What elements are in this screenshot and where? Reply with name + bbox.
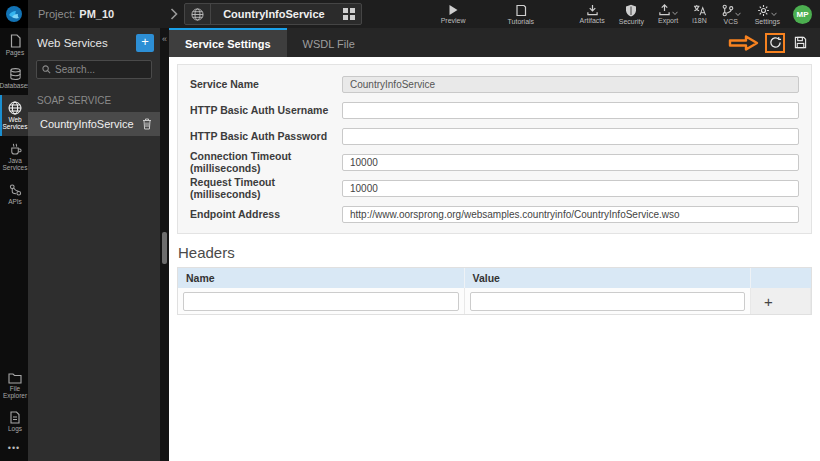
form-row-auth-password: HTTP Basic Auth Password (190, 123, 799, 149)
security-label: Security (619, 18, 644, 25)
rail-spacer (0, 210, 28, 365)
pages-icon (9, 34, 22, 48)
download-icon (586, 4, 599, 16)
sidebar-item-label: Logs (8, 425, 22, 432)
sidebar-item-label: Web Services (2, 116, 28, 131)
tutorials-button[interactable]: Tutorials (501, 0, 542, 28)
database-icon (9, 67, 22, 81)
preview-label: Preview (441, 17, 466, 24)
search-input[interactable] (55, 64, 146, 75)
reload-service-button[interactable] (765, 33, 785, 53)
i18n-button[interactable]: i18N (685, 4, 713, 24)
settings-button[interactable]: Settings (748, 4, 787, 25)
panel-title: Web Services (37, 37, 108, 49)
chevron-down-icon (771, 12, 777, 17)
export-button[interactable]: Export (651, 4, 685, 24)
main-area: Service Settings WSDL File (169, 28, 820, 461)
trash-icon[interactable] (142, 118, 152, 130)
soap-service-section-label: SOAP SERVICE (28, 87, 160, 112)
project-name: PM_10 (79, 8, 114, 20)
artifacts-label: Artifacts (579, 17, 604, 24)
app-logo[interactable] (0, 0, 28, 28)
add-header-button[interactable]: + (756, 293, 773, 310)
chevron-down-icon (672, 11, 678, 16)
form-row-endpoint-address: Endpoint Address (190, 201, 799, 227)
auth-username-input[interactable] (342, 102, 799, 119)
coffee-icon (9, 142, 22, 156)
form-row-connection-timeout: Connection Timeout (milliseconds) (190, 149, 799, 175)
sidebar-item-label: Databases (0, 82, 31, 89)
play-icon (447, 4, 459, 16)
service-settings-form: Service Name HTTP Basic Auth Username HT… (177, 64, 812, 234)
user-avatar[interactable]: MP (793, 5, 812, 24)
sidebar-item-databases[interactable]: Databases (0, 61, 28, 94)
service-item-label: CountryInfoService (40, 118, 134, 130)
topbar-actions: Artifacts Security Export (572, 0, 820, 28)
project-breadcrumb[interactable]: Project: PM_10 (28, 0, 124, 28)
connection-timeout-input[interactable] (342, 154, 799, 171)
annotation-arrow-icon (728, 33, 760, 53)
grid-icon[interactable] (337, 4, 361, 24)
vcs-label: VCS (724, 18, 738, 25)
add-service-button[interactable]: + (136, 34, 154, 52)
book-icon (515, 4, 527, 17)
form-row-request-timeout: Request Timeout (milliseconds) (190, 175, 799, 201)
globe-icon (185, 4, 210, 24)
column-header-actions (751, 268, 811, 288)
sidebar-item-label: APIs (8, 198, 22, 205)
headers-table-row: + (178, 288, 811, 314)
globe-icon (8, 101, 22, 115)
request-timeout-input[interactable] (342, 180, 799, 197)
panel-divider: « (160, 28, 169, 461)
preview-button[interactable]: Preview (434, 0, 473, 28)
i18n-label: i18N (692, 17, 706, 24)
sidebar-item-apis[interactable]: APIs (0, 177, 28, 210)
sidebar-item-pages[interactable]: Pages (0, 28, 28, 61)
field-label: HTTP Basic Auth Password (190, 130, 342, 142)
settings-label: Settings (755, 18, 780, 25)
field-label: Service Name (190, 78, 342, 90)
folder-icon (8, 372, 22, 384)
export-label: Export (658, 17, 678, 24)
field-label: Connection Timeout (milliseconds) (190, 150, 342, 174)
sidebar-item-java-services[interactable]: Java Services (0, 136, 28, 177)
endpoint-address-input[interactable] (342, 206, 799, 223)
service-list-item[interactable]: CountryInfoService (28, 112, 160, 136)
wavemaker-logo-icon (5, 5, 23, 23)
tab-service-settings[interactable]: Service Settings (169, 28, 287, 57)
field-label: HTTP Basic Auth Username (190, 104, 342, 116)
header-value-input[interactable] (470, 292, 746, 311)
sidebar-item-logs[interactable]: Logs (0, 405, 28, 437)
column-header-name: Name (178, 268, 465, 288)
more-options-icon[interactable]: ••• (0, 437, 28, 461)
scrollbar-thumb[interactable] (162, 232, 167, 264)
branch-icon (721, 4, 734, 17)
tab-wsdl-file[interactable]: WSDL File (287, 28, 371, 57)
logs-file-icon (9, 411, 21, 424)
project-label: Project: (38, 8, 75, 20)
service-name-input (342, 76, 799, 93)
open-service-tab[interactable]: CountryInfoService (184, 3, 361, 25)
sidebar-item-web-services[interactable]: Web Services (0, 95, 28, 136)
form-row-service-name: Service Name (190, 71, 799, 97)
gear-icon (757, 4, 770, 17)
vcs-button[interactable]: VCS (714, 4, 748, 25)
headers-table: Name Value + (177, 267, 812, 315)
service-search[interactable] (36, 60, 152, 79)
web-services-panel: Web Services + SOAP SERVICE CountryInfoS… (28, 28, 160, 461)
search-icon (42, 65, 51, 74)
tab-actions (728, 28, 820, 57)
artifacts-button[interactable]: Artifacts (572, 4, 611, 24)
header-name-input[interactable] (183, 292, 459, 311)
save-button[interactable] (790, 33, 810, 53)
sidebar-item-label: Java Services (2, 157, 28, 172)
auth-password-input[interactable] (342, 128, 799, 145)
panel-header: Web Services + (28, 28, 160, 58)
security-button[interactable]: Security (612, 4, 651, 25)
sidebar-item-file-explorer[interactable]: File Explorer (0, 366, 28, 405)
collapse-panel-icon[interactable]: « (160, 32, 169, 46)
chevron-right-icon (170, 0, 178, 28)
left-nav-rail: Pages Databases Web Services Java Servi (0, 28, 28, 461)
field-label: Request Timeout (milliseconds) (190, 176, 342, 200)
form-row-auth-username: HTTP Basic Auth Username (190, 97, 799, 123)
